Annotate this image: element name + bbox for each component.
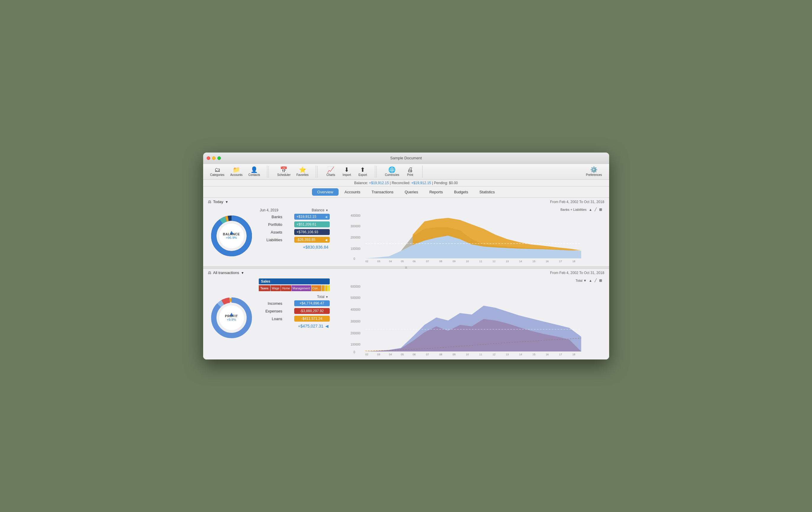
window-title: Sample Document [390, 156, 422, 160]
svg-text:400000: 400000 [350, 214, 360, 217]
toolbar-contacts[interactable]: 👤 Contacts [246, 165, 262, 178]
svg-text:04: 04 [389, 353, 392, 356]
svg-text:09: 09 [453, 260, 455, 263]
main-window: Sample Document 🗂 Categories 📁 Accounts … [203, 153, 609, 359]
toolbar-currencies[interactable]: 🌐 Currencies [383, 165, 402, 178]
svg-marker-47 [365, 306, 581, 352]
toolbar-export[interactable]: ⬆ Export [355, 165, 370, 178]
toolbar-scheduler[interactable]: 📅 Scheduler [275, 165, 293, 178]
minimize-button[interactable] [212, 156, 215, 160]
svg-text:14: 14 [519, 353, 522, 356]
wage-bar: Wage [270, 285, 281, 291]
balance-row-portfolio: Portfolio +$51,209.61 [259, 220, 330, 228]
tab-budgets[interactable]: Budgets [448, 188, 473, 196]
tab-bar: Overview Accounts Transactions Queries R… [203, 186, 609, 198]
svg-text:200000: 200000 [350, 236, 360, 239]
toolbar-group-currencies: 🌐 Currencies 🖨 Print [378, 165, 423, 178]
balance-table-header: Jun 4, 2019 Balance ▼ [259, 208, 330, 213]
drag-handle[interactable]: ≡ [405, 265, 407, 270]
print-icon: 🖨 [407, 167, 413, 173]
chart-type-area[interactable]: ▲ [589, 208, 592, 211]
profit-donut-label: PROFIT +9.9% [225, 314, 238, 321]
today-dropdown-icon[interactable]: ▼ [225, 200, 228, 204]
toolbar-categories[interactable]: 🗂 Categories [208, 165, 227, 178]
transactions-dropdown-icon[interactable]: ▼ [241, 271, 244, 275]
toolbar-group-scheduler: 📅 Scheduler ⭐ Favorites [270, 165, 316, 178]
balance-date: Jun 4, 2019 [260, 208, 279, 212]
category-bars: Sales Taxes Wage Home Managemen [259, 278, 330, 291]
svg-text:600000: 600000 [350, 285, 360, 288]
toolbar-sep-2 [317, 166, 318, 178]
profit-donut-value: +9.9% [225, 318, 238, 321]
bottom-chart-type-table[interactable]: ▦ [599, 278, 602, 282]
bottom-chart-type-area[interactable]: ▲ [589, 279, 592, 282]
balance-label: Balance: [354, 181, 368, 185]
import-label: Import [342, 173, 351, 177]
accounts-icon: 📁 [233, 167, 240, 173]
assets-label: Assets [259, 230, 282, 234]
charts-label: Charts [326, 173, 335, 177]
transactions-icon: ⚖ [208, 270, 211, 275]
preferences-label: Preferences [586, 173, 602, 177]
contacts-icon: 👤 [251, 167, 258, 173]
section-title-transactions: ⚖ All transactions ▼ [208, 270, 244, 275]
bottom-chart-type-line[interactable]: ╱ [594, 278, 597, 282]
tab-transactions[interactable]: Transactions [366, 188, 399, 196]
chart-filter-label[interactable]: Banks + Liabilities [560, 208, 586, 211]
maximize-button[interactable] [218, 156, 221, 160]
svg-text:02: 02 [365, 353, 368, 356]
overview-top: BALANCE +96.9% Jun 4, 2019 Balance ▼ Ban… [203, 205, 609, 266]
tab-reports[interactable]: Reports [424, 188, 448, 196]
svg-text:13: 13 [506, 260, 509, 263]
balance-donut-label: BALANCE +96.9% [223, 232, 240, 239]
toolbar-favorites[interactable]: ⭐ Favorites [294, 165, 311, 178]
balance-row-liabilities: Liabilities -$26,393.85 ◀ [259, 236, 330, 244]
tab-queries[interactable]: Queries [399, 188, 424, 196]
toolbar-accounts[interactable]: 📁 Accounts [228, 165, 245, 178]
profit-donut: PROFIT +9.9% [209, 296, 254, 340]
balance-total: +$830,836.84 [259, 244, 330, 249]
banks-value: +$19,912.15 ◀ [294, 214, 330, 220]
tab-overview[interactable]: Overview [312, 188, 339, 196]
chart-type-table[interactable]: ▦ [599, 208, 602, 211]
svg-text:08: 08 [439, 260, 442, 263]
chart-type-line[interactable]: ╱ [594, 208, 597, 211]
overview-bottom: PROFIT +9.9% Sales Taxes [203, 276, 609, 359]
profit-arrow: ◀ [325, 324, 328, 328]
profit-total-value: +$475,027.31 [298, 324, 323, 328]
con-bar: Con... [311, 285, 321, 291]
tab-accounts[interactable]: Accounts [339, 188, 366, 196]
reconciled-value: +$19,912.15 [411, 181, 431, 185]
loans-value: -$411,571.24 [294, 316, 330, 322]
svg-text:0: 0 [353, 351, 355, 354]
taxes-bar: Taxes [259, 285, 270, 291]
preferences-icon: ⚙️ [590, 167, 598, 173]
bottom-chart-area: Total ▼ ▲ ╱ ▦ 600000 500000 400000 30000… [333, 278, 604, 357]
loans-label: Loans [259, 317, 282, 321]
incomes-label: Incomes [259, 301, 282, 306]
toolbar-import[interactable]: ⬇ Import [340, 165, 354, 178]
toolbar-preferences[interactable]: ⚙️ Preferences [584, 165, 604, 178]
svg-text:05: 05 [401, 260, 404, 263]
expense-category-bars: Taxes Wage Home Management Con... [259, 285, 330, 291]
tab-statistics[interactable]: Statistics [474, 188, 500, 196]
transactions-date-range: From Feb 4, 2002 To Oct 31, 2018 [550, 271, 604, 275]
svg-text:300000: 300000 [350, 320, 360, 323]
expenses-value: -$3,888,297.92 [294, 308, 330, 314]
balance-donut-title: BALANCE [223, 232, 240, 236]
bottom-chart-filter[interactable]: Total ▼ [575, 279, 586, 282]
svg-text:07: 07 [426, 260, 429, 263]
favorites-icon: ⭐ [299, 167, 306, 173]
profit-table-header: Total ▼ [259, 294, 330, 299]
svg-text:04: 04 [389, 260, 392, 263]
small-bar-2 [325, 285, 328, 291]
management-bar: Management [292, 285, 311, 291]
svg-text:12: 12 [492, 353, 495, 356]
close-button[interactable] [207, 156, 210, 160]
svg-text:100000: 100000 [350, 343, 360, 346]
svg-text:13: 13 [506, 353, 509, 356]
svg-text:18: 18 [572, 353, 575, 356]
profit-row-loans: Loans -$411,571.24 [259, 315, 330, 323]
toolbar-charts[interactable]: 📈 Charts [323, 165, 338, 178]
toolbar-print[interactable]: 🖨 Print [403, 165, 417, 178]
